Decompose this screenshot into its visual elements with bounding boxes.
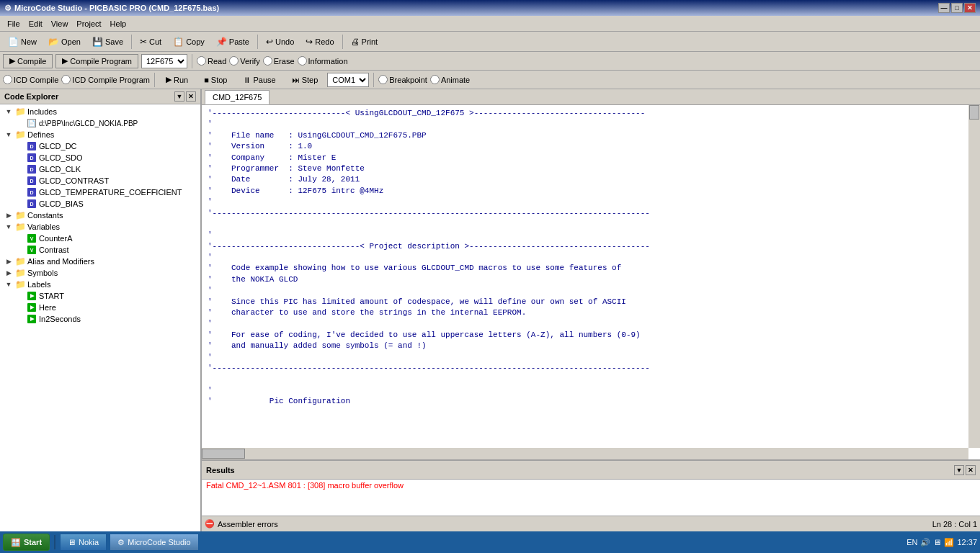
results-close-button[interactable]: ✕	[966, 465, 976, 475]
tree-item-includes[interactable]: ▼ 📁 Includes	[0, 106, 200, 117]
erase-radio-label[interactable]: Erase	[263, 56, 295, 66]
var-icon-counter-a: V	[26, 233, 37, 243]
copy-icon	[173, 37, 184, 47]
folder-icon-labels: 📁	[14, 279, 26, 289]
compile-sep-1	[192, 54, 192, 68]
scrollbar-horizontal[interactable]	[202, 448, 968, 459]
icd-compile-radio[interactable]	[3, 75, 12, 84]
results-toggle-button[interactable]: ▼	[954, 465, 964, 475]
right-panel: CMD_12F675 '----------------------------…	[202, 89, 980, 531]
tree-label-start: START	[39, 292, 64, 300]
animate-label[interactable]: Animate	[430, 75, 470, 84]
compile-program-button[interactable]: ▶ Compile Program	[55, 54, 138, 68]
tree-item-in2seconds[interactable]: ▶ In2Seconds	[0, 313, 200, 325]
minimize-button[interactable]: —	[938, 3, 950, 13]
taskbar-right: EN 🔊 🖥 📶 12:37	[906, 538, 977, 547]
stop-icon: ■	[204, 76, 209, 84]
tree-item-alias[interactable]: ▶ 📁 Alias and Modifiers	[0, 256, 200, 267]
tree-item-symbols[interactable]: ▶ 📁 Symbols	[0, 267, 200, 279]
verify-radio-label[interactable]: Verify	[229, 56, 260, 66]
maximize-button[interactable]: □	[951, 3, 963, 13]
icd-compile-program-radio[interactable]	[61, 75, 71, 84]
tree-label-contrast: Contrast	[39, 246, 69, 254]
animate-radio[interactable]	[430, 75, 440, 84]
start-icon: 🪟	[11, 538, 21, 547]
open-button[interactable]: Open	[43, 34, 86, 50]
menu-file[interactable]: File	[3, 18, 24, 30]
verify-radio[interactable]	[229, 56, 239, 66]
tree-item-glcd-contrast[interactable]: D GLCD_CONTRAST	[0, 175, 200, 186]
new-button[interactable]: New	[3, 34, 42, 50]
save-button[interactable]: Save	[87, 34, 128, 50]
label-icon-start: ▶	[26, 291, 37, 301]
device-select[interactable]: 12F675	[141, 54, 187, 68]
read-radio-label[interactable]: Read	[197, 56, 226, 66]
cut-button[interactable]: Cut	[135, 34, 166, 50]
tree-item-here[interactable]: ▶ Here	[0, 302, 200, 313]
tree-item-glcd-sdo[interactable]: D GLCD_SDO	[0, 152, 200, 163]
pause-icon: ⏸	[243, 76, 251, 84]
information-radio-label[interactable]: Information	[298, 56, 348, 66]
tree-item-glcd-bias[interactable]: D GLCD_BIAS	[0, 198, 200, 210]
tree-label-variables: Variables	[27, 222, 60, 231]
com-port-select[interactable]: COM1	[327, 73, 369, 87]
step-button[interactable]: ⏭ Step	[285, 73, 325, 87]
tray-network-icon: 🖥	[933, 538, 941, 547]
code-explorer-close-button[interactable]: ✕	[186, 91, 196, 102]
tree-item-constants[interactable]: ▶ 📁 Constants	[0, 210, 200, 221]
information-radio[interactable]	[298, 56, 307, 66]
breakpoint-radio[interactable]	[378, 75, 388, 84]
tree-item-contrast[interactable]: V Contrast	[0, 244, 200, 256]
tree-item-start[interactable]: ▶ START	[0, 290, 200, 302]
menu-help[interactable]: Help	[106, 18, 131, 30]
position-text: Ln 28 : Col 1	[932, 520, 977, 529]
title-bar: ⚙ MicroCode Studio - PICBASIC PRO (CMD_1…	[0, 0, 980, 16]
tree-item-glcd-clk[interactable]: D GLCD_CLK	[0, 163, 200, 175]
stop-button[interactable]: ■ Stop	[197, 73, 233, 87]
icd-compile-program-label[interactable]: ICD Compile Program	[61, 75, 150, 84]
tree-item-variables[interactable]: ▼ 📁 Variables	[0, 221, 200, 233]
taskbar-separator	[54, 535, 55, 549]
taskbar-item-nokia[interactable]: 🖥 Nokia	[60, 534, 107, 551]
print-button[interactable]: Print	[346, 34, 383, 50]
tree-item-glcd-dc[interactable]: D GLCD_DC	[0, 140, 200, 152]
results-title: Results	[206, 466, 235, 475]
menu-view[interactable]: View	[47, 18, 73, 30]
compile-button[interactable]: ▶ Compile	[3, 54, 53, 68]
icd-sep-2	[373, 73, 374, 87]
code-explorer-pin-button[interactable]: ▼	[174, 91, 184, 102]
run-button[interactable]: ▶ Run	[159, 73, 195, 87]
folder-icon-constants: 📁	[14, 210, 26, 220]
redo-button[interactable]: Redo	[300, 34, 339, 50]
cut-icon	[140, 37, 147, 47]
scrollbar-thumb-v[interactable]	[969, 105, 979, 120]
menu-edit[interactable]: Edit	[24, 18, 47, 30]
tree-item-defines[interactable]: ▼ 📁 Defines	[0, 129, 200, 140]
copy-button[interactable]: Copy	[168, 34, 210, 50]
menu-project[interactable]: Project	[72, 18, 105, 30]
tree-item-glcd-temp[interactable]: D GLCD_TEMPERATURE_COEFFICIENT	[0, 186, 200, 198]
tree-item-labels[interactable]: ▼ 📁 Labels	[0, 279, 200, 290]
tree-label-counter-a: CounterA	[39, 234, 72, 243]
undo-button[interactable]: Undo	[261, 34, 299, 50]
close-button[interactable]: ✕	[964, 3, 976, 13]
erase-radio[interactable]	[263, 56, 272, 66]
tree-item-counter-a[interactable]: V CounterA	[0, 233, 200, 244]
expander-symbols: ▶	[3, 269, 14, 276]
read-radio[interactable]	[197, 56, 206, 66]
editor-content[interactable]: '----------------------------< UsingGLCD…	[202, 105, 980, 459]
pause-button[interactable]: ⏸ Pause	[236, 73, 282, 87]
paste-button[interactable]: Paste	[211, 34, 254, 50]
scrollbar-thumb-h[interactable]	[202, 449, 245, 459]
tree-label-glcd-dc: GLCD_DC	[39, 142, 77, 150]
scrollbar-vertical[interactable]	[968, 105, 980, 448]
tree-item-includes-file[interactable]: 📄 d:\PBP\Inc\GLCD_NOKIA.PBP	[0, 117, 200, 129]
start-button[interactable]: 🪟 Start	[3, 534, 50, 551]
tree-label-here: Here	[39, 303, 56, 312]
expander-alias: ▶	[3, 258, 14, 265]
tab-cmd-12f675[interactable]: CMD_12F675	[205, 90, 270, 104]
code-explorer-controls: ▼ ✕	[174, 91, 196, 102]
breakpoint-label[interactable]: Breakpoint	[378, 75, 427, 84]
taskbar-item-microcode[interactable]: ⚙ MicroCode Studio	[110, 534, 198, 551]
icd-compile-label[interactable]: ICD Compile	[3, 75, 58, 84]
